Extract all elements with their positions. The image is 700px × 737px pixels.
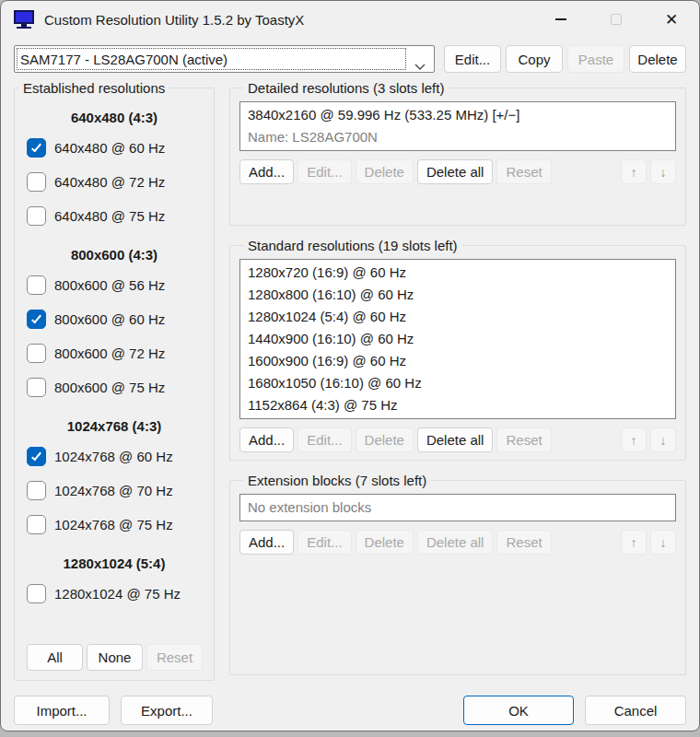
detailed-listbox[interactable]: 3840x2160 @ 59.996 Hz (533.25 MHz) [+/−]…	[239, 101, 676, 151]
established-all-button[interactable]: All	[27, 644, 83, 671]
standard-list-item[interactable]: 1280x800 (16:10) @ 60 Hz	[248, 284, 668, 306]
detailed-list-item[interactable]: 3840x2160 @ 59.996 Hz (533.25 MHz) [+/−]	[248, 104, 668, 126]
checkbox-unchecked[interactable]	[27, 275, 46, 295]
checkbox-label: 1024x768 @ 60 Hz	[54, 449, 173, 464]
right-column: Detailed resolutions (3 slots left)3840x…	[229, 80, 686, 675]
resolution-checkbox-row[interactable]: 1024x768 @ 70 Hz	[15, 474, 214, 508]
resolution-checkbox-row[interactable]: 800x600 @ 75 Hz	[15, 370, 214, 404]
detailed-button-row: Add...Edit...DeleteDelete allReset↑↓	[239, 159, 676, 184]
minimize-button[interactable]	[533, 1, 589, 38]
up-arrow-icon: ↑	[631, 433, 637, 448]
detailed-delete-all-button[interactable]: Delete all	[417, 159, 494, 184]
standard-delete-all-button[interactable]: Delete all	[417, 427, 494, 452]
close-button[interactable]: ✕	[644, 1, 699, 38]
standard-add-button[interactable]: Add...	[239, 427, 294, 452]
resolution-checkbox-row[interactable]: 640x480 @ 72 Hz	[15, 165, 214, 199]
checkbox-label: 640x480 @ 72 Hz	[54, 174, 165, 190]
checkbox-unchecked[interactable]	[27, 515, 46, 534]
delete-display-button[interactable]: Delete	[629, 45, 686, 73]
display-selector-combobox[interactable]: SAM7177 - LS28AG700N (active)	[14, 45, 435, 73]
standard-list-item[interactable]: 1600x900 (16:9) @ 60 Hz	[248, 350, 668, 372]
extension-button-row: Add...Edit...DeleteDelete allReset↑↓	[239, 530, 676, 555]
checkbox-unchecked[interactable]	[27, 172, 46, 192]
resolution-checkbox-row[interactable]: 800x600 @ 72 Hz	[15, 336, 214, 370]
extension-listbox[interactable]: No extension blocks	[239, 494, 676, 521]
detailed-section-title: Detailed resolutions (3 slots left)	[243, 80, 449, 96]
standard-button-row: Add...Edit...DeleteDelete allReset↑↓	[239, 427, 676, 452]
edit-display-button[interactable]: Edit...	[444, 45, 501, 73]
established-reset-button: Reset	[146, 644, 203, 671]
checkbox-label: 1280x1024 @ 75 Hz	[54, 586, 181, 602]
checkmark-icon	[31, 450, 41, 462]
standard-list-item[interactable]: 1280x720 (16:9) @ 60 Hz	[248, 262, 668, 284]
main-content: Established resolutions 640x480 (4:3)640…	[1, 73, 699, 681]
export-button[interactable]: Export...	[121, 696, 213, 725]
up-arrow-icon: ↑	[631, 165, 637, 180]
detailed-move-up-button: ↑	[621, 159, 647, 184]
resolution-checkbox-row[interactable]: 1024x768 @ 60 Hz	[15, 439, 214, 474]
extension-move-up-button: ↑	[621, 530, 647, 555]
maximize-icon	[611, 14, 622, 25]
extension-section-title: Extension blocks (7 slots left)	[243, 473, 431, 488]
checkbox-unchecked[interactable]	[27, 206, 46, 226]
standard-move-down-button: ↓	[650, 427, 676, 452]
checkbox-unchecked[interactable]	[27, 378, 46, 397]
resolution-checkbox-row[interactable]: 1280x1024 @ 75 Hz	[15, 577, 214, 611]
resolution-checkbox-row[interactable]: 800x600 @ 56 Hz	[15, 268, 214, 302]
checkbox-checked[interactable]	[27, 310, 46, 329]
checkbox-checked[interactable]	[27, 138, 46, 158]
display-selector-value: SAM7177 - LS28AG700N (active)	[15, 52, 228, 67]
extension-move-down-button: ↓	[650, 530, 676, 555]
copy-display-button[interactable]: Copy	[506, 45, 563, 73]
standard-list-item[interactable]: 1680x1050 (16:10) @ 60 Hz	[248, 372, 668, 394]
extension-add-button[interactable]: Add...	[239, 530, 294, 555]
up-arrow-icon: ↑	[631, 535, 637, 550]
footer-row: Import... Export... OK Cancel	[1, 681, 699, 725]
standard-move-up-button: ↑	[621, 427, 647, 452]
resolution-checkbox-row[interactable]: 1024x768 @ 75 Hz	[15, 508, 214, 542]
resolution-group-heading: 640x480 (4:3)	[15, 108, 214, 128]
down-arrow-icon: ↓	[660, 535, 667, 550]
checkbox-label: 640x480 @ 75 Hz	[54, 208, 165, 224]
resolution-checkbox-row[interactable]: 640x480 @ 60 Hz	[15, 131, 214, 165]
footer-right: OK Cancel	[463, 696, 686, 725]
resolution-group-heading: 1024x768 (4:3)	[15, 416, 214, 437]
checkbox-unchecked[interactable]	[27, 584, 46, 603]
footer-left: Import... Export...	[14, 696, 213, 725]
extension-delete-button: Delete	[356, 530, 414, 555]
checkbox-label: 800x600 @ 60 Hz	[54, 311, 165, 327]
extension-list-item: No extension blocks	[248, 497, 668, 519]
standard-list-item[interactable]: 1440x900 (16:10) @ 60 Hz	[248, 328, 668, 350]
established-resolutions-title: Established resolutions	[18, 80, 169, 96]
detailed-edit-button: Edit...	[298, 159, 351, 184]
window-title: Custom Resolution Utility 1.5.2 by Toast…	[44, 12, 304, 28]
detailed-section: Detailed resolutions (3 slots left)3840x…	[229, 80, 686, 226]
detailed-delete-button: Delete	[356, 159, 414, 184]
standard-list-item[interactable]: 1280x1024 (5:4) @ 60 Hz	[248, 306, 668, 328]
close-icon: ✕	[665, 12, 678, 28]
detailed-add-button[interactable]: Add...	[239, 159, 294, 184]
standard-delete-button: Delete	[356, 427, 414, 452]
display-selector-row: SAM7177 - LS28AG700N (active) Edit...Cop…	[1, 38, 699, 73]
titlebar: Custom Resolution Utility 1.5.2 by Toast…	[1, 1, 699, 38]
ok-button[interactable]: OK	[463, 696, 574, 725]
standard-listbox[interactable]: 1280x720 (16:9) @ 60 Hz1280x800 (16:10) …	[239, 259, 676, 419]
detailed-reset-button: Reset	[496, 159, 551, 184]
checkbox-checked[interactable]	[27, 447, 46, 466]
extension-section: Extension blocks (7 slots left)No extens…	[229, 473, 686, 675]
checkbox-unchecked[interactable]	[27, 481, 46, 500]
checkmark-icon	[31, 142, 41, 153]
checkbox-unchecked[interactable]	[27, 344, 46, 363]
paste-display-button: Paste	[567, 45, 624, 73]
titlebar-buttons: ✕	[533, 1, 699, 38]
resolution-checkbox-row[interactable]: 640x480 @ 75 Hz	[15, 199, 214, 233]
standard-section: Standard resolutions (19 slots left)1280…	[229, 238, 686, 461]
resolution-checkbox-row[interactable]: 800x600 @ 60 Hz	[15, 302, 214, 336]
cancel-button[interactable]: Cancel	[585, 696, 686, 725]
monitor-icon	[14, 10, 34, 29]
checkmark-icon	[31, 313, 41, 324]
established-none-button[interactable]: None	[87, 644, 143, 671]
standard-list-item[interactable]: 1152x864 (4:3) @ 75 Hz	[248, 394, 668, 416]
maximize-button	[589, 1, 644, 38]
import-button[interactable]: Import...	[14, 696, 110, 725]
